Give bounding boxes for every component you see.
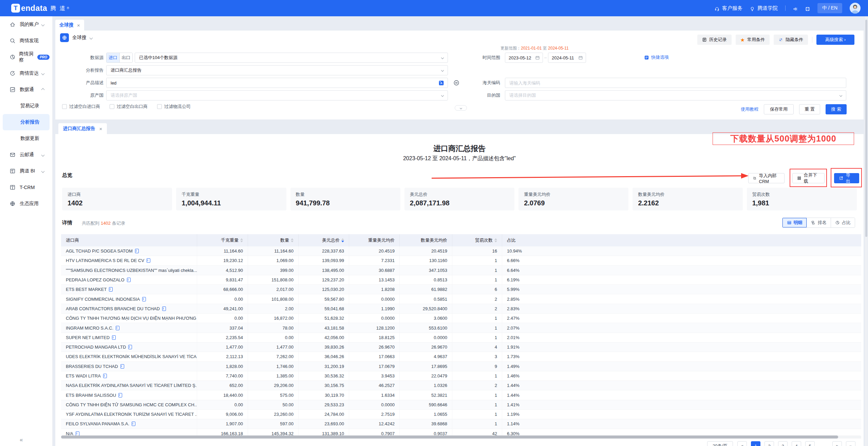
- table-row[interactable]: PEDRAJA LOPEZ GONZALO9,831.47151,808.001…: [61, 275, 861, 285]
- report-type-select[interactable]: 进口商汇总报告: [106, 65, 448, 75]
- tab-global-search[interactable]: 全球搜 ×: [55, 20, 84, 31]
- product-desc-input[interactable]: [107, 78, 448, 88]
- academy-button[interactable]: 腾道学院: [750, 5, 778, 12]
- sidebar-item-云邮通[interactable]: 云邮通: [3, 147, 50, 163]
- table-row[interactable]: NASA ELEKTRİK AYDINLATMA SANAYİ VE TİCAR…: [61, 381, 861, 390]
- sidebar-collapse-button[interactable]: «: [20, 436, 23, 443]
- sidebar-item-贸易记录[interactable]: 贸易记录: [3, 98, 50, 114]
- company-profile-icon[interactable]: [116, 326, 119, 330]
- reset-button[interactable]: 重 置: [799, 104, 820, 114]
- view-排名-button[interactable]: 排名: [807, 218, 831, 227]
- company-profile-icon[interactable]: [120, 364, 124, 369]
- filter-checkbox-过滤空白出口商[interactable]: 过滤空白出口商: [110, 104, 148, 110]
- table-row[interactable]: AGL TCHAD P/C SOGEA SATOM11,164.6011,164…: [61, 246, 861, 256]
- table-row[interactable]: UDES ELEKTRİK ELEKTRONİK MÜHENDİSLİK SAN…: [61, 352, 861, 361]
- date-from-input[interactable]: 2023-05-12: [505, 53, 543, 63]
- table-row[interactable]: ETS WADI LITRA7,740.001,385.0030,536.323…: [61, 371, 861, 381]
- sidebar-item-数据通[interactable]: 数据通: [3, 81, 50, 98]
- page-size-select[interactable]: 20条/页: [707, 441, 733, 446]
- page-button-3[interactable]: 3: [778, 441, 788, 446]
- sidebar-item-我的账户[interactable]: 我的账户: [3, 16, 50, 33]
- view-占比-button[interactable]: 占比: [831, 218, 855, 227]
- table-row[interactable]: FEILO SYLVANIA PANAMA S.A.1,907.00597.00…: [61, 419, 861, 429]
- column-header-千克重量[interactable]: 千克重量: [197, 234, 248, 246]
- view-明细-button[interactable]: 明细: [782, 218, 807, 227]
- company-profile-icon[interactable]: [103, 374, 107, 378]
- prev-page-button[interactable]: <: [737, 441, 747, 446]
- page-button-1[interactable]: 1: [751, 441, 760, 446]
- sort-icon[interactable]: [240, 238, 243, 242]
- last-page-button[interactable]: »: [846, 441, 855, 446]
- customer-service-button[interactable]: 客户服务: [715, 5, 742, 12]
- vertical-scrollbar[interactable]: [865, 16, 868, 446]
- origin-country-select[interactable]: 请选择原产国: [106, 90, 448, 100]
- search-button[interactable]: 搜 索: [826, 104, 847, 114]
- history-button[interactable]: 历史记录: [697, 35, 732, 45]
- column-header-贸易次数[interactable]: 贸易次数: [452, 234, 502, 246]
- sidebar-item-腾道BI[interactable]: BI腾道 BI: [3, 163, 50, 179]
- language-switch[interactable]: 中 / EN: [817, 3, 842, 13]
- page-button-2[interactable]: 2: [765, 441, 774, 446]
- tab-importer-report[interactable]: 进口商汇总报告 ×: [58, 123, 107, 134]
- checkbox-icon[interactable]: [110, 104, 114, 109]
- sidebar-item-T-CRM[interactable]: T-CRM: [3, 179, 50, 196]
- table-row[interactable]: SUPER NET LIMITED2,235.540.0042,056.0018…: [61, 333, 861, 342]
- table-row[interactable]: HTV LATINOAMERICA S DE RL DE CV19,230.12…: [61, 256, 861, 265]
- tutorial-link[interactable]: 使用教程: [741, 106, 758, 112]
- table-row[interactable]: CÔNG TY TNHH ĐIỆN TỬ SAMSUNG HCMC CE COM…: [61, 400, 861, 410]
- import-export-toggle[interactable]: 进口 出口: [106, 53, 133, 63]
- company-profile-icon[interactable]: [112, 335, 116, 340]
- table-row[interactable]: YSF AYDINLATMA ELEKTRONİK TURİZM SANAYİ …: [61, 410, 861, 419]
- company-profile-icon[interactable]: [162, 306, 166, 311]
- table-row[interactable]: ETS BEST MARKET68,666.002,017.00125,030.…: [61, 285, 861, 294]
- checkbox-icon[interactable]: [157, 104, 162, 109]
- company-profile-icon[interactable]: [109, 287, 113, 292]
- export-toggle[interactable]: 出口: [119, 53, 132, 62]
- megaphone-icon[interactable]: [793, 6, 798, 11]
- company-profile-icon[interactable]: [147, 258, 150, 263]
- filter-checkbox-过滤物流公司[interactable]: 过滤物流公司: [157, 104, 191, 110]
- page-button-4[interactable]: 4: [792, 441, 801, 446]
- tendata-logo[interactable]: T endata 腾 道 ®: [11, 4, 69, 13]
- user-avatar[interactable]: [850, 3, 861, 14]
- table-row[interactable]: CÔNG TY TNHH THƯƠNG MẠI DỊCH VỤ ĐIỆN MẠN…: [61, 314, 861, 323]
- company-profile-icon[interactable]: [132, 422, 135, 426]
- table-row[interactable]: PETROCHAD MANGARA LTD1,477.001,477.0039,…: [61, 342, 861, 352]
- sidebar-item-分析报告[interactable]: 分析报告: [3, 114, 50, 130]
- sidebar-item-商情洞察[interactable]: 商情洞察PRO: [3, 49, 50, 65]
- table-row[interactable]: SIGNIFY COMMERCIAL INDONESIA0.00101,808.…: [61, 294, 861, 304]
- column-header-美元总价[interactable]: 美元总价: [299, 234, 349, 246]
- favorite-conditions-button[interactable]: ★ 常用条件: [736, 35, 770, 45]
- next-page-button[interactable]: >: [832, 441, 842, 446]
- company-profile-icon[interactable]: [128, 345, 132, 349]
- advanced-search-button[interactable]: 高级搜索 ›: [816, 35, 854, 45]
- company-profile-icon[interactable]: [127, 278, 131, 282]
- close-icon[interactable]: ×: [99, 126, 102, 132]
- sort-icon[interactable]: [494, 238, 497, 242]
- sidebar-item-数据更新[interactable]: 数据更新: [3, 130, 50, 147]
- company-profile-icon[interactable]: [76, 431, 79, 436]
- query-logic-icon[interactable]: [453, 80, 459, 87]
- datasource-select[interactable]: 已选中104个数据源: [135, 53, 448, 63]
- module-selector[interactable]: 全球搜: [60, 33, 92, 42]
- dest-country-select[interactable]: 请选择目的国: [505, 90, 846, 100]
- sort-icon[interactable]: [341, 238, 344, 242]
- save-conditions-button[interactable]: 保存常用: [764, 104, 794, 114]
- close-icon[interactable]: ×: [77, 22, 80, 28]
- page-button-5[interactable]: 5: [805, 441, 815, 446]
- collapse-form-button[interactable]: [455, 105, 467, 111]
- quick-options-link[interactable]: 快捷选项: [644, 54, 669, 60]
- table-row[interactable]: INGRAM MICRO S.A.C.337.0478.0043,181.581…: [61, 323, 861, 333]
- table-row[interactable]: ARAB CONTRACTORS BRANCHE DU TCHAD49,241.…: [61, 304, 861, 314]
- sidebar-item-商情发现[interactable]: 商情发现: [3, 33, 50, 49]
- import-toggle[interactable]: 进口: [107, 53, 119, 62]
- table-row[interactable]: ETS BRAHIM SALISSOU18,440.00575.0030,119…: [61, 390, 861, 400]
- company-profile-icon[interactable]: [135, 249, 139, 253]
- hide-conditions-button[interactable]: 隐藏条件: [774, 35, 808, 45]
- date-to-input[interactable]: 2024-05-11: [548, 53, 586, 63]
- hscode-input[interactable]: [505, 78, 846, 88]
- horizontal-scrollbar[interactable]: [61, 435, 861, 439]
- column-header-数量[interactable]: 数量: [248, 234, 299, 246]
- company-profile-icon[interactable]: [118, 393, 122, 397]
- import-crm-button[interactable]: 导入内部CRM: [748, 173, 785, 183]
